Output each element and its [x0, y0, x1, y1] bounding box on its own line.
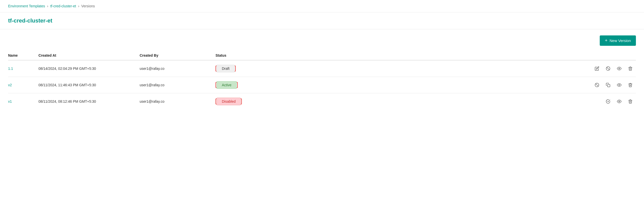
status-badge-disabled: Disabled — [217, 98, 241, 105]
new-version-label: New Version — [610, 38, 631, 43]
row-2-status: Active — [216, 82, 286, 88]
svg-line-1 — [607, 67, 610, 70]
page-title: tf-cred-cluster-et — [8, 17, 636, 24]
row-3-name[interactable]: v1 — [8, 99, 38, 103]
svg-point-7 — [619, 101, 620, 102]
ban-icon[interactable] — [605, 65, 612, 72]
plus-icon: + — [605, 38, 608, 43]
row-3-created-at: 08/11/2024, 08:12:46 PM GMT+5:30 — [38, 99, 140, 103]
page-wrapper: Environment Templates › tf-cred-cluster-… — [0, 0, 644, 212]
status-highlight-draft: Draft — [216, 66, 236, 72]
breadcrumb-sep-2: › — [78, 4, 79, 8]
row-1-name[interactable]: 1.1 — [8, 67, 38, 71]
status-badge-active: Active — [217, 81, 237, 89]
row-1-created-at: 08/14/2024, 02:04:29 PM GMT+5:30 — [38, 67, 140, 71]
table-row: 1.1 08/14/2024, 02:04:29 PM GMT+5:30 use… — [8, 60, 636, 77]
row-3-status: Disabled — [216, 98, 286, 104]
copy-icon[interactable] — [605, 81, 612, 89]
view-icon[interactable] — [616, 81, 623, 89]
breadcrumb-versions: Versions — [81, 4, 95, 8]
row-1-status: Draft — [216, 66, 286, 72]
edit-icon[interactable] — [593, 65, 600, 72]
row-2-created-by: user1@rafay.co — [140, 83, 216, 87]
status-badge-draft: Draft — [217, 65, 235, 72]
row-2-created-at: 08/11/2024, 11:46:43 PM GMT+5:30 — [38, 83, 140, 87]
breadcrumb-template-name[interactable]: tf-cred-cluster-et — [50, 4, 76, 8]
breadcrumb-sep-1: › — [47, 4, 48, 8]
row-3-actions — [286, 98, 636, 105]
row-1-created-by: user1@rafay.co — [140, 67, 216, 71]
versions-table: Name Created At Created By Status 1.1 08… — [8, 51, 636, 110]
col-header-status: Status — [216, 53, 286, 57]
col-header-created-by: Created By — [140, 53, 216, 57]
col-header-name: Name — [8, 53, 38, 57]
new-version-button[interactable]: + New Version — [600, 35, 636, 46]
table-row: v2 08/11/2024, 11:46:43 PM GMT+5:30 user… — [8, 77, 636, 93]
check-circle-icon[interactable] — [605, 98, 612, 105]
col-header-created-at: Created At — [38, 53, 140, 57]
svg-point-6 — [619, 84, 620, 86]
table-row: v1 08/11/2024, 08:12:46 PM GMT+5:30 user… — [8, 93, 636, 110]
content-section: + New Version Name Created At Created By… — [0, 29, 644, 116]
view-icon[interactable] — [616, 98, 623, 105]
row-1-actions — [286, 65, 636, 72]
row-3-created-by: user1@rafay.co — [140, 99, 216, 103]
delete-icon[interactable] — [627, 98, 634, 105]
delete-icon[interactable] — [627, 65, 634, 72]
row-2-name[interactable]: v2 — [8, 83, 38, 87]
view-icon[interactable] — [616, 65, 623, 72]
breadcrumb-environment-templates[interactable]: Environment Templates — [8, 4, 45, 8]
row-2-actions — [286, 81, 636, 89]
svg-point-2 — [619, 68, 620, 69]
status-highlight-active: Active — [216, 82, 238, 88]
status-highlight-disabled: Disabled — [216, 98, 242, 104]
toolbar: + New Version — [8, 35, 636, 46]
col-header-actions — [286, 53, 636, 57]
table-header: Name Created At Created By Status — [8, 51, 636, 60]
ban-icon[interactable] — [593, 81, 600, 89]
svg-line-4 — [596, 84, 598, 87]
breadcrumb: Environment Templates › tf-cred-cluster-… — [0, 0, 644, 12]
svg-rect-5 — [608, 84, 610, 87]
page-title-section: tf-cred-cluster-et — [0, 12, 644, 29]
delete-icon[interactable] — [627, 81, 634, 89]
